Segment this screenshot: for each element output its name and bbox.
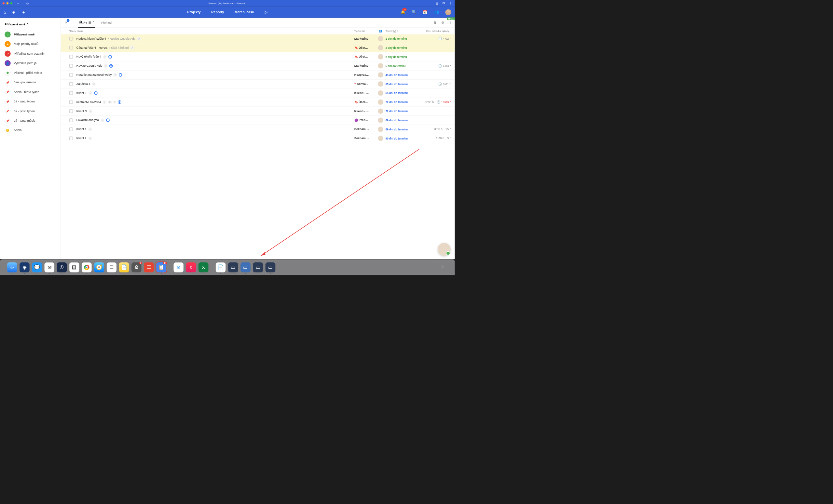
- nav-timing[interactable]: Měření času: [235, 10, 254, 14]
- task-todo-list[interactable]: ? Schvá...: [354, 82, 376, 86]
- sidebar-item-7[interactable]: 📌Já - tento týden: [0, 97, 61, 106]
- sidebar-item-2[interactable]: ↗Přiřadil/a jsem ostatním: [0, 49, 61, 58]
- dock-safari[interactable]: 🧭: [94, 262, 104, 273]
- nav-reports[interactable]: Reporty: [211, 10, 224, 14]
- task-checkbox[interactable]: [69, 91, 73, 95]
- task-todo-list[interactable]: Klienti - ...: [354, 91, 376, 95]
- task-assignee[interactable]: [376, 81, 386, 86]
- task-checkbox[interactable]: [69, 136, 73, 140]
- open-task-icon[interactable]: ↗: [104, 64, 108, 68]
- sidebar-item-8[interactable]: 📌Já - příští týden: [0, 106, 61, 116]
- task-row[interactable]: Nový úkol k řešení ↗ 🔖 Účet... 2 dny do …: [61, 52, 455, 61]
- user-avatar[interactable]: [445, 9, 451, 15]
- dock-win-2[interactable]: ▭: [240, 262, 251, 273]
- task-todo-list[interactable]: Klienti - ...: [354, 109, 376, 113]
- task-checkbox[interactable]: [69, 118, 73, 122]
- task-assignee[interactable]: [376, 126, 386, 132]
- task-row[interactable]: Klient 1 ↗ Seznam ... 89 dní do termínu …: [61, 125, 455, 134]
- dock-notes[interactable]: 📄: [119, 262, 129, 273]
- filter-button[interactable]: ⚲ 1: [65, 19, 71, 26]
- task-assignee[interactable]: [376, 72, 386, 77]
- task-todo-list[interactable]: Rozprac...: [354, 73, 376, 77]
- task-checkbox[interactable]: [69, 64, 73, 68]
- dock-trash[interactable]: 🗑: [438, 262, 448, 273]
- task-todo-list[interactable]: Seznam ...: [354, 127, 376, 131]
- dock-messages[interactable]: 💬: [32, 262, 42, 273]
- dock-mail-1[interactable]: ✉: [45, 262, 55, 273]
- dock-app-1[interactable]: ◉: [20, 262, 30, 273]
- wheel-icon[interactable]: ⎈: [13, 10, 15, 15]
- col-time[interactable]: Čas. odhad a výkazy: [420, 30, 451, 32]
- export-icon[interactable]: ⇪: [449, 21, 451, 25]
- sidebar-item-6[interactable]: 📌Adéla - tento týden: [0, 87, 61, 97]
- task-assignee[interactable]: [376, 36, 386, 41]
- open-task-icon[interactable]: ↗: [92, 82, 96, 86]
- open-task-icon[interactable]: ↗: [100, 118, 104, 122]
- task-checkbox[interactable]: [69, 100, 73, 104]
- nav-play-icon[interactable]: ▷: [265, 10, 267, 14]
- task-checkbox[interactable]: [69, 55, 73, 58]
- search-icon[interactable]: 🔍: [412, 10, 416, 15]
- people-icon[interactable]: 👥: [434, 10, 439, 15]
- home-icon[interactable]: ⌂: [4, 10, 6, 15]
- maximize-window[interactable]: [10, 2, 13, 4]
- task-todo-list[interactable]: Marketing: [354, 37, 376, 41]
- close-window[interactable]: [3, 2, 5, 4]
- dock-win-3[interactable]: ▭: [253, 262, 263, 273]
- sidebar-item-4[interactable]: Všichni - příští měsíc: [0, 68, 61, 77]
- dock-freelo[interactable]: 📋14: [156, 262, 166, 273]
- col-todo[interactable]: To-Do list: [354, 30, 376, 32]
- dock-1password[interactable]: ①: [57, 262, 67, 273]
- task-row[interactable]: účetnictví 07/2024 ↗ 2 ⟳ 🔖 Účet... 72 dn…: [61, 98, 455, 107]
- sidebar-item-0[interactable]: ⌂Přiřazené mně: [0, 30, 61, 39]
- add-icon[interactable]: ＋: [22, 9, 26, 15]
- dock-settings[interactable]: ⚙1: [132, 262, 142, 273]
- tab-tasks[interactable]: Úkoly ▦ ˅: [78, 18, 95, 28]
- task-checkbox[interactable]: [69, 127, 73, 131]
- task-checkbox[interactable]: [69, 37, 73, 41]
- task-assignee[interactable]: [376, 117, 386, 123]
- task-assignee[interactable]: [376, 135, 386, 141]
- extensions-icon[interactable]: ⧉: [443, 1, 445, 5]
- task-todo-list[interactable]: 🔖 Účet...: [354, 46, 376, 49]
- sidebar-item-5[interactable]: 📌Jan - po termínu.: [0, 78, 61, 87]
- task-checkbox[interactable]: [69, 109, 73, 113]
- sidebar-item-3[interactable]: 👤Vytvořil/a jsem já: [0, 58, 61, 68]
- open-task-icon[interactable]: ↗: [114, 73, 117, 77]
- task-row[interactable]: Lokalitní analýza ↗ 🟣 Před... 89 dní do …: [61, 116, 455, 125]
- notifications-bell[interactable]: 🔔14: [401, 10, 405, 15]
- task-assignee[interactable]: [376, 45, 386, 50]
- zoom-icon[interactable]: ⊕: [436, 1, 438, 5]
- sidebar-item-9[interactable]: 📌Já - tento měsíc: [0, 116, 61, 126]
- task-assignee[interactable]: [376, 100, 386, 105]
- task-todo-list[interactable]: Marketing: [354, 64, 376, 68]
- sidebar-header[interactable]: Přiřazené mně ˄: [0, 21, 61, 30]
- dock-doc-1[interactable]: 📄: [216, 262, 226, 273]
- task-checkbox[interactable]: [69, 46, 73, 49]
- tab-overview[interactable]: Přehled: [100, 18, 112, 27]
- dock-reminders[interactable]: ☰: [107, 262, 117, 273]
- task-row[interactable]: Klient 2 ↗ Seznam ... 90 dní do termínu …: [61, 134, 455, 143]
- task-row[interactable]: Klient D ↗ Klienti - ... 72 dní do termí…: [61, 107, 455, 116]
- dock-launchpad[interactable]: 🔲: [69, 262, 79, 273]
- chat-avatar-fab[interactable]: [438, 243, 450, 256]
- open-task-icon[interactable]: ↗: [103, 55, 107, 58]
- dock-chrome[interactable]: [82, 262, 92, 273]
- back-button[interactable]: ←: [16, 2, 21, 5]
- dock-win-1[interactable]: ▭: [228, 262, 238, 273]
- settings-gear-icon[interactable]: ⚙: [441, 21, 444, 25]
- open-task-icon[interactable]: ↗: [130, 46, 134, 49]
- sidebar-item-10[interactable]: 😀Adéla: [0, 126, 61, 135]
- col-name[interactable]: Název úkolu: [65, 30, 354, 32]
- task-row[interactable]: Nasdílet na zájmové weby ↗ Rozprac... 43…: [61, 71, 455, 80]
- task-assignee[interactable]: [376, 63, 386, 68]
- task-row[interactable]: Revize Google Ads ↗ Marketing 5 dní do t…: [61, 61, 455, 71]
- task-row[interactable]: Část na řešení - Honza › Úkol k řešení ↗…: [61, 43, 455, 52]
- task-todo-list[interactable]: Seznam ...: [354, 136, 376, 140]
- nav-projects[interactable]: Projekty: [187, 10, 201, 14]
- reload-button[interactable]: ⟳: [25, 2, 30, 5]
- task-row[interactable]: Nadpis, hlavní sdělení › Revize Google A…: [61, 34, 455, 43]
- open-task-icon[interactable]: ↗: [88, 127, 92, 131]
- task-checkbox[interactable]: [69, 73, 73, 77]
- task-assignee[interactable]: [376, 109, 386, 114]
